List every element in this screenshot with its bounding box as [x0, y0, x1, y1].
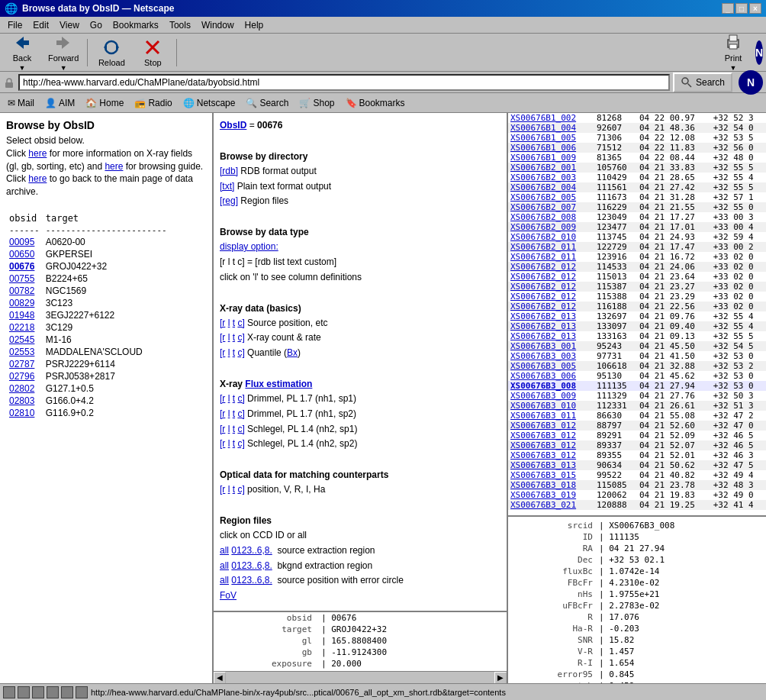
obs-id-link[interactable]: XS00676B3_009: [510, 391, 576, 401]
r-link-5[interactable]: [r: [220, 408, 225, 419]
print-button[interactable]: Print ▼: [714, 37, 752, 69]
r-link-1[interactable]: [r: [220, 318, 225, 328]
display-option-link[interactable]: display option:: [220, 241, 278, 252]
obs-id-link[interactable]: XS00676B2_005: [510, 192, 576, 202]
bx-link[interactable]: Bx: [287, 347, 298, 358]
menu-view[interactable]: View: [55, 18, 84, 32]
here-link-1[interactable]: here: [28, 148, 47, 159]
obs-id-link[interactable]: XS00676B3_005: [510, 361, 576, 371]
obs-id-link[interactable]: XS00676B3_012: [510, 450, 576, 460]
menu-file[interactable]: File: [3, 18, 27, 32]
r-link-2[interactable]: [r: [220, 332, 225, 343]
t-link-4[interactable]: t: [233, 393, 235, 404]
obs-id-link[interactable]: XS00676B3_018: [510, 480, 576, 490]
obs-id-link[interactable]: XS00676B3_012: [510, 440, 576, 450]
c-link-7[interactable]: c]: [237, 438, 244, 449]
menu-edit[interactable]: Edit: [28, 18, 53, 32]
close-button[interactable]: ×: [749, 3, 761, 14]
r-link-8[interactable]: [r: [220, 484, 225, 495]
obs-id-link[interactable]: XS00676B2_009: [510, 222, 576, 232]
obsid-link-02553[interactable]: 02553: [9, 347, 34, 357]
obs-id-link[interactable]: XS00676B3_006: [510, 371, 576, 381]
obsid-link-00782[interactable]: 00782: [9, 285, 34, 296]
r-link-3[interactable]: [r: [220, 347, 225, 358]
window-controls[interactable]: _ □ ×: [722, 3, 761, 14]
menu-go[interactable]: Go: [85, 18, 107, 32]
l-link-7[interactable]: l: [228, 438, 230, 449]
obs-id-link[interactable]: XS00676B2_012: [510, 292, 576, 302]
r-link-4[interactable]: [r: [220, 393, 225, 404]
nav-bookmarks[interactable]: 🔖 Bookmarks: [341, 97, 410, 109]
obs-id-link[interactable]: XS00676B3_003: [510, 351, 576, 361]
nav-radio[interactable]: 📻 Radio: [130, 97, 176, 109]
obsid-link-00095[interactable]: 00095: [9, 237, 34, 247]
obs-id-link[interactable]: XS00676B2_013: [510, 331, 576, 341]
obsid-link-02802[interactable]: 02802: [9, 383, 34, 394]
t-link-8[interactable]: t: [233, 484, 235, 495]
obsid-link-02803[interactable]: 02803: [9, 395, 34, 406]
obsid-link-02796[interactable]: 02796: [9, 371, 34, 382]
ccd-0123-3[interactable]: 0123..6,8.: [231, 575, 272, 585]
obs-id-link[interactable]: XS00676B3_010: [510, 401, 576, 411]
nav-search[interactable]: 🔍 Search: [241, 97, 293, 109]
reg-link[interactable]: [reg]: [220, 195, 238, 206]
address-input[interactable]: [18, 74, 670, 91]
h-scrollbar[interactable]: ◀ ▶: [214, 671, 507, 683]
c-link-1[interactable]: c]: [237, 318, 244, 328]
obsid-link-00829[interactable]: 00829: [9, 298, 34, 308]
obs-id-link[interactable]: XS00676B2_012: [510, 262, 576, 272]
obsid-link-00650[interactable]: 00650: [9, 249, 34, 260]
obs-id-link[interactable]: XS00676B1_002: [510, 113, 576, 123]
obs-id-link[interactable]: XS00676B2_011: [510, 242, 576, 252]
search-button[interactable]: Search: [673, 73, 732, 92]
obs-id-link[interactable]: XS00676B1_005: [510, 133, 576, 143]
c-link-3[interactable]: c]: [237, 347, 244, 358]
obs-id-link[interactable]: XS00676B2_013: [510, 311, 576, 321]
c-link-2[interactable]: c]: [237, 332, 244, 343]
here-link-3[interactable]: here: [28, 173, 47, 184]
forward-button[interactable]: Forward ▼: [44, 37, 82, 69]
all-link-3[interactable]: all: [220, 575, 229, 585]
obs-id-link[interactable]: XS00676B1_006: [510, 143, 576, 153]
reload-button[interactable]: Reload: [92, 37, 130, 69]
ccd-0123-1[interactable]: 0123..6,8.: [231, 545, 272, 556]
t-link-6[interactable]: t: [233, 424, 235, 434]
obs-id-link[interactable]: XS00676B3_001: [510, 341, 576, 351]
obs-id-link[interactable]: XS00676B2_011: [510, 252, 576, 262]
all-link-2[interactable]: all: [220, 560, 229, 571]
scroll-left-btn[interactable]: ◀: [214, 672, 226, 684]
obs-id-link[interactable]: XS00676B3_012: [510, 421, 576, 431]
obsid-link-02218[interactable]: 02218: [9, 322, 34, 333]
fov-link[interactable]: FoV: [220, 590, 237, 601]
obsid-heading-link[interactable]: ObsID: [220, 120, 246, 131]
obs-id-link[interactable]: XS00676B2_012: [510, 282, 576, 292]
l-link-8[interactable]: l: [228, 484, 230, 495]
obs-id-link[interactable]: XS00676B3_008: [510, 381, 576, 391]
obs-id-link[interactable]: XS00676B2_003: [510, 173, 576, 182]
t-link-2[interactable]: t: [233, 332, 235, 343]
r-link-6[interactable]: [r: [220, 424, 225, 434]
menu-tools[interactable]: Tools: [165, 18, 195, 32]
obsid-link-02787[interactable]: 02787: [9, 359, 34, 369]
obs-id-link[interactable]: XS00676B2_012: [510, 272, 576, 282]
flux-estimation-link[interactable]: Flux estimation: [245, 379, 312, 389]
stop-button[interactable]: Stop: [134, 37, 172, 69]
l-link-6[interactable]: l: [228, 424, 230, 434]
menu-window[interactable]: Window: [197, 18, 239, 32]
t-link-5[interactable]: t: [233, 408, 235, 419]
obs-id-link[interactable]: XS00676B2_010: [510, 232, 576, 242]
obs-id-link[interactable]: XS00676B2_004: [510, 182, 576, 192]
back-button[interactable]: Back ▼: [3, 37, 41, 69]
l-link-4[interactable]: l: [228, 393, 230, 404]
all-link-1[interactable]: all: [220, 545, 229, 556]
c-link-8[interactable]: c]: [237, 484, 244, 495]
l-link-2[interactable]: l: [228, 332, 230, 343]
obsid-link-02810[interactable]: 02810: [9, 408, 34, 418]
r-link-7[interactable]: [r: [220, 438, 225, 449]
c-link-6[interactable]: c]: [237, 424, 244, 434]
t-link-7[interactable]: t: [233, 438, 235, 449]
obs-id-link[interactable]: XS00676B3_019: [510, 490, 576, 500]
obs-id-link[interactable]: XS00676B3_013: [510, 460, 576, 470]
obs-id-link[interactable]: XS00676B3_011: [510, 411, 576, 421]
obs-id-link[interactable]: XS00676B3_021: [510, 500, 576, 510]
